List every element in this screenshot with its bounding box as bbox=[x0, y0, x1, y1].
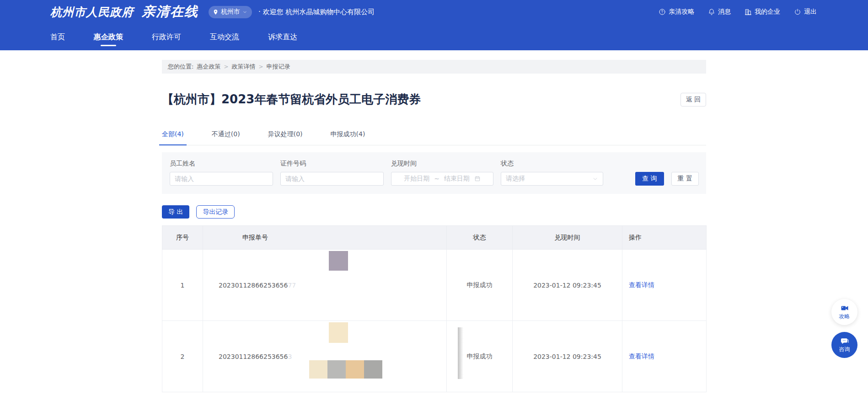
calendar-icon bbox=[474, 176, 481, 182]
menu-item-label: 消息 bbox=[718, 8, 731, 16]
status-select-placeholder: 请选择 bbox=[506, 175, 525, 183]
redaction-block bbox=[346, 360, 364, 379]
export-records-button[interactable]: 导出记录 bbox=[196, 205, 235, 219]
breadcrumb-item-policy[interactable]: 惠企政策 bbox=[197, 63, 220, 71]
floating-guide-button[interactable]: 攻略 bbox=[831, 299, 857, 325]
breadcrumb-prefix: 您的位置: bbox=[168, 63, 193, 71]
records-table: 序号 申报单号 状态 兑现时间 操作 1 2023011286625365677… bbox=[162, 225, 707, 392]
tab-all[interactable]: 全部(4) bbox=[162, 130, 184, 145]
start-date-placeholder[interactable]: 开始日期 bbox=[404, 175, 429, 183]
field-label: 状态 bbox=[501, 160, 603, 168]
column-header-status: 状态 bbox=[447, 226, 513, 250]
page-title: 【杭州市】2023年春节留杭省外员工电子消费券 bbox=[162, 91, 421, 107]
row-redeem-time: 2023-01-12 09:23:45 bbox=[513, 250, 622, 321]
redeem-time-daterange[interactable]: 开始日期 ~ 结束日期 bbox=[391, 172, 493, 186]
redaction-block bbox=[329, 322, 348, 343]
field-id-number: 证件号码 bbox=[280, 160, 384, 186]
breadcrumb-item-current: 申报记录 bbox=[267, 63, 290, 71]
menu-item-label: 我的企业 bbox=[755, 8, 780, 16]
redaction-block bbox=[329, 251, 348, 271]
header-menu: 亲清攻略 消息 我的企业 退出 bbox=[659, 8, 817, 16]
redaction-smudge bbox=[458, 327, 463, 379]
building-icon bbox=[745, 8, 752, 16]
order-no-text: 20230112866253656 bbox=[219, 282, 288, 289]
menu-item-label: 亲清攻略 bbox=[669, 8, 694, 16]
location-label: 杭州市 bbox=[221, 8, 240, 16]
site-logo[interactable]: 杭州市人民政府 亲清在线 bbox=[50, 3, 198, 21]
field-label: 员工姓名 bbox=[170, 160, 273, 168]
column-header-order-no: 申报单号 bbox=[203, 226, 447, 250]
filter-buttons: 查 询 重 置 bbox=[635, 172, 699, 186]
tab-success[interactable]: 申报成功(4) bbox=[331, 130, 365, 145]
redaction-block bbox=[309, 360, 327, 379]
power-icon bbox=[794, 8, 801, 16]
breadcrumb: 您的位置: 惠企政策 > 政策详情 > 申报记录 bbox=[162, 60, 706, 74]
nav-item-home[interactable]: 首页 bbox=[50, 24, 65, 50]
nav-item-interaction[interactable]: 互动交流 bbox=[210, 24, 239, 50]
video-camera-icon bbox=[841, 304, 849, 312]
redaction-block bbox=[364, 360, 382, 379]
search-button[interactable]: 查 询 bbox=[635, 172, 664, 186]
field-employee-name: 员工姓名 bbox=[170, 160, 273, 186]
table-row: 2 202301128662536563 申报成功 2023-01-12 09:… bbox=[162, 321, 707, 392]
floating-button-label: 咨询 bbox=[839, 346, 850, 353]
menu-item-label: 退出 bbox=[804, 8, 817, 16]
status-select[interactable]: 请选择 bbox=[501, 172, 603, 186]
row-redeem-time: 2023-01-12 09:23:45 bbox=[513, 321, 622, 392]
location-pin-icon bbox=[213, 9, 219, 15]
field-redeem-time: 兑现时间 开始日期 ~ 结束日期 bbox=[391, 160, 493, 186]
status-tabs: 全部(4) 不通过(0) 异议处理(0) 申报成功(4) bbox=[162, 130, 706, 145]
row-order-no: 202301128662536563 bbox=[203, 321, 447, 392]
order-no-faded-text: 77 bbox=[288, 282, 296, 289]
breadcrumb-separator: > bbox=[224, 64, 228, 70]
menu-item-messages[interactable]: 消息 bbox=[708, 8, 731, 16]
back-button[interactable]: 返 回 bbox=[680, 93, 706, 107]
site-header: 杭州市人民政府 亲清在线 杭州市 · 欢迎您 杭州水晶城购物中心有限公司 亲清攻… bbox=[0, 0, 868, 50]
breadcrumb-separator: > bbox=[258, 64, 263, 70]
column-header-index: 序号 bbox=[162, 226, 203, 250]
reset-button[interactable]: 重 置 bbox=[671, 172, 699, 186]
row-status: 申报成功 bbox=[447, 321, 513, 392]
column-header-operation: 操作 bbox=[622, 226, 707, 250]
welcome-text: · 欢迎您 杭州水晶城购物中心有限公司 bbox=[258, 8, 375, 16]
table-row: 1 2023011286625365677 申报成功 2023-01-12 09… bbox=[162, 250, 707, 321]
row-index: 2 bbox=[162, 321, 203, 392]
order-no-faded-text: 3 bbox=[288, 353, 292, 360]
export-actions: 导 出 导出记录 bbox=[162, 205, 706, 219]
view-detail-link[interactable]: 查看详情 bbox=[629, 281, 654, 288]
chevron-down-icon bbox=[242, 10, 247, 15]
logo-brand-text: 亲清在线 bbox=[142, 3, 198, 21]
nav-item-enterprise-policy[interactable]: 惠企政策 bbox=[94, 24, 123, 50]
field-label: 证件号码 bbox=[280, 160, 384, 168]
bell-icon bbox=[708, 8, 715, 16]
main-nav: 首页 惠企政策 行政许可 互动交流 诉求直达 bbox=[0, 24, 868, 50]
row-index: 1 bbox=[162, 250, 203, 321]
nav-item-appeal[interactable]: 诉求直达 bbox=[268, 24, 297, 50]
question-circle-icon bbox=[659, 8, 666, 16]
floating-button-label: 攻略 bbox=[839, 313, 850, 320]
floating-consult-button[interactable]: 咨询 bbox=[831, 332, 857, 358]
menu-item-my-company[interactable]: 我的企业 bbox=[745, 8, 780, 16]
table-header-row: 序号 申报单号 状态 兑现时间 操作 bbox=[162, 226, 707, 250]
nav-item-admin-license[interactable]: 行政许可 bbox=[152, 24, 181, 50]
breadcrumb-item-policy-detail[interactable]: 政策详情 bbox=[231, 63, 255, 71]
title-row: 【杭州市】2023年春节留杭省外员工电子消费券 返 回 bbox=[162, 91, 706, 107]
id-number-input[interactable] bbox=[280, 172, 384, 186]
tab-dispute[interactable]: 异议处理(0) bbox=[268, 130, 303, 145]
location-selector[interactable]: 杭州市 bbox=[209, 6, 252, 18]
chevron-down-icon bbox=[592, 176, 598, 182]
tab-rejected[interactable]: 不通过(0) bbox=[212, 130, 240, 145]
status-text: 申报成功 bbox=[467, 352, 493, 360]
menu-item-guide[interactable]: 亲清攻略 bbox=[659, 8, 694, 16]
field-label: 兑现时间 bbox=[391, 160, 493, 168]
employee-name-input[interactable] bbox=[170, 172, 273, 186]
order-no-text: 20230112866253656 bbox=[219, 353, 288, 360]
view-detail-link[interactable]: 查看详情 bbox=[629, 352, 654, 360]
row-order-no: 2023011286625365677 bbox=[203, 250, 447, 321]
export-button[interactable]: 导 出 bbox=[162, 205, 189, 219]
row-operation: 查看详情 bbox=[622, 250, 707, 321]
menu-item-logout[interactable]: 退出 bbox=[794, 8, 817, 16]
redaction-block bbox=[327, 360, 346, 379]
field-status: 状态 请选择 bbox=[501, 160, 603, 186]
end-date-placeholder[interactable]: 结束日期 bbox=[444, 175, 470, 183]
